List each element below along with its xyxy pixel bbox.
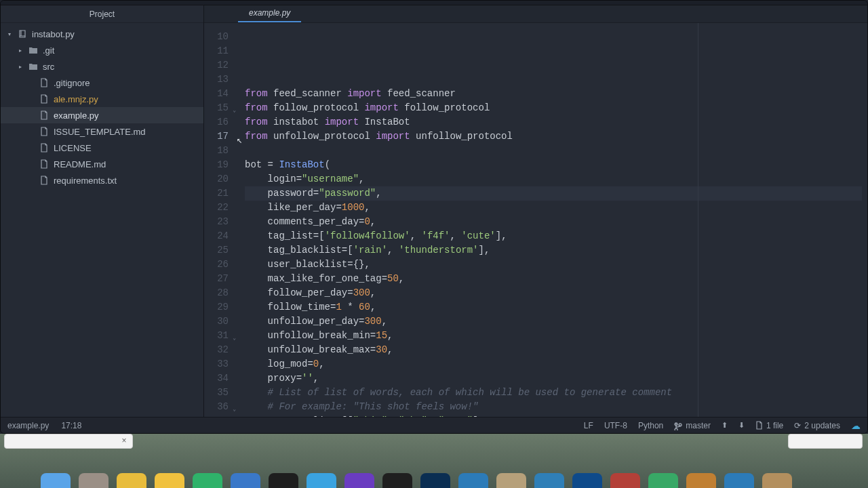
dock-app-0[interactable] (41, 473, 71, 488)
tree-item-issue-template-md[interactable]: ISSUE_TEMPLATE.md (1, 123, 203, 140)
dock-app-2[interactable] (117, 473, 146, 488)
status-eol[interactable]: LF (584, 421, 593, 430)
cloud-icon[interactable]: ☁ (851, 420, 861, 431)
dock-app-18[interactable] (724, 473, 754, 488)
line-number[interactable]: 29 (207, 300, 237, 314)
status-filename[interactable]: example.py (7, 421, 49, 430)
line-number[interactable]: 35 (207, 386, 237, 400)
tree-item-readme-md[interactable]: README.md (1, 156, 203, 172)
macos-dock[interactable] (0, 469, 868, 488)
dock-app-15[interactable] (610, 473, 640, 488)
tab-example-py[interactable]: example.py (238, 5, 301, 22)
status-encoding[interactable]: UTF-8 (604, 421, 627, 430)
dock-app-12[interactable] (496, 473, 526, 488)
dock-app-6[interactable] (269, 473, 298, 488)
tree-item--git[interactable]: ▸.git (1, 42, 203, 58)
code-line[interactable] (245, 144, 862, 158)
status-cursor-position[interactable]: 17:18 (61, 421, 81, 430)
line-number[interactable]: 36⌄ (207, 400, 237, 414)
code-line[interactable]: user_blacklist={}, (245, 258, 862, 272)
close-icon[interactable]: × (119, 436, 129, 445)
line-number[interactable]: 10 (207, 30, 237, 44)
dock-app-5[interactable] (231, 473, 260, 488)
code-line[interactable]: log_mod=0, (245, 357, 862, 371)
download-chip[interactable] (4, 434, 133, 449)
code-line[interactable]: proxy='', (245, 371, 862, 386)
line-number[interactable]: 34 (207, 371, 237, 386)
code-line[interactable]: from instabot import InstaBot (245, 115, 862, 129)
tree-item--gitignore[interactable]: .gitignore (1, 75, 203, 91)
line-number[interactable]: 12 (207, 58, 237, 73)
line-number[interactable]: 27 (207, 272, 237, 286)
code-line[interactable]: follow_per_day=300, (245, 286, 862, 300)
dock-app-14[interactable] (572, 473, 602, 488)
code-line[interactable]: follow_time=1 * 60, (245, 300, 862, 314)
dock-app-11[interactable] (458, 473, 488, 488)
dock-app-17[interactable] (686, 473, 716, 488)
tree-item-license[interactable]: LICENSE (1, 140, 203, 156)
line-number[interactable]: 16 (207, 115, 237, 129)
code-line[interactable]: login="username", (245, 172, 862, 186)
line-number[interactable]: 11 (207, 44, 237, 58)
tree-item-ale-mnjz-py[interactable]: ale.mnjz.py (1, 91, 203, 107)
line-number[interactable]: 26 (207, 258, 237, 272)
line-number[interactable]: 23 (207, 215, 237, 229)
line-number[interactable]: 19 (207, 158, 237, 172)
status-git-branch[interactable]: master (674, 421, 711, 430)
line-number[interactable]: 33 (207, 357, 237, 371)
status-changed-files[interactable]: 1 file (755, 421, 783, 430)
code-content[interactable]: ↖ from feed_scanner import feed_scannerf… (239, 23, 867, 417)
dock-app-1[interactable] (79, 473, 108, 488)
code-area[interactable]: 101112131415⌄161718192021222324252627282… (204, 23, 867, 417)
line-number[interactable]: 21 (207, 186, 237, 201)
code-line[interactable]: from feed_scanner import feed_scanner (245, 87, 862, 101)
file-tree[interactable]: ▾instabot.py▸.git▸src.gitignoreale.mnjz.… (1, 23, 203, 191)
code-line[interactable]: like_per_day=1000, (245, 201, 862, 215)
code-line[interactable]: # For example: "This shot feels wow!" (245, 400, 862, 414)
dock-app-10[interactable] (420, 473, 450, 488)
browser-button[interactable] (788, 434, 863, 449)
code-line[interactable]: from follow_protocol import follow_proto… (245, 101, 862, 115)
code-line[interactable]: max_like_for_one_tag=50, (245, 272, 862, 286)
code-line[interactable]: password="password", (245, 186, 862, 201)
code-line[interactable]: from unfollow_protocol import unfollow_p… (245, 129, 862, 144)
code-line[interactable]: tag_blacklist=['rain', 'thunderstorm'], (245, 243, 862, 258)
code-line[interactable]: unfollow_break_max=30, (245, 343, 862, 357)
dock-app-9[interactable] (382, 473, 412, 488)
tree-item-src[interactable]: ▸src (1, 58, 203, 75)
line-number[interactable]: 22 (207, 201, 237, 215)
dock-app-8[interactable] (344, 473, 374, 488)
tree-item-instabot-py[interactable]: ▾instabot.py (1, 26, 203, 42)
line-number[interactable]: 37 (207, 414, 237, 417)
git-pull-button[interactable]: ⬇ (738, 421, 745, 430)
code-line[interactable]: comments_per_day=0, (245, 215, 862, 229)
line-number-gutter[interactable]: 101112131415⌄161718192021222324252627282… (204, 23, 239, 417)
dock-app-16[interactable] (648, 473, 678, 488)
line-number[interactable]: 25 (207, 243, 237, 258)
git-push-button[interactable]: ⬆ (722, 421, 728, 430)
tree-item-requirements-txt[interactable]: requirements.txt (1, 172, 203, 188)
status-language[interactable]: Python (638, 421, 663, 430)
status-updates[interactable]: ⟳ 2 updates (794, 421, 840, 430)
line-number[interactable]: 30 (207, 314, 237, 329)
tab-bar[interactable]: example.py (204, 5, 867, 23)
line-number[interactable]: 32 (207, 343, 237, 357)
code-line[interactable]: unfollow_break_min=15, (245, 329, 862, 343)
line-number[interactable]: 20 (207, 172, 237, 186)
dock-app-13[interactable] (534, 473, 564, 488)
line-number[interactable]: 31⌄ (207, 329, 237, 343)
code-line[interactable]: tag_list=['follow4follow', 'f4f', 'cute'… (245, 229, 862, 243)
code-line[interactable]: unfollow_per_day=300, (245, 314, 862, 329)
line-number[interactable]: 15⌄ (207, 101, 237, 115)
dock-app-19[interactable] (762, 473, 792, 488)
line-number[interactable]: 13 (207, 73, 237, 87)
line-number[interactable]: 18 (207, 144, 237, 158)
dock-app-7[interactable] (307, 473, 336, 488)
dock-app-3[interactable] (155, 473, 184, 488)
code-line[interactable]: comment_list=[["this", "the", "your"], (245, 414, 862, 417)
line-number[interactable]: 14 (207, 87, 237, 101)
dock-app-4[interactable] (193, 473, 222, 488)
code-line[interactable]: bot = InstaBot( (245, 158, 862, 172)
code-line[interactable]: # List of list of words, each of which w… (245, 386, 862, 400)
line-number[interactable]: 24 (207, 229, 237, 243)
